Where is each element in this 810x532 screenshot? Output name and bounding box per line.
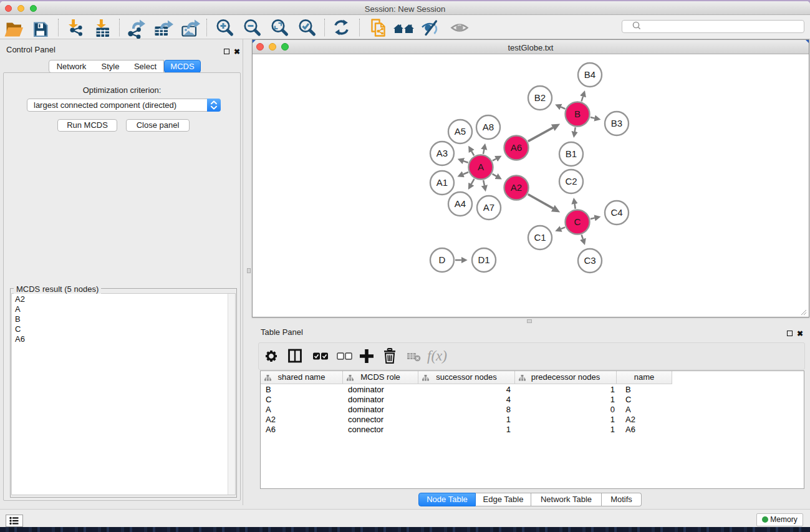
svg-text:C1: C1 <box>534 232 546 243</box>
svg-text:B3: B3 <box>611 118 622 128</box>
svg-text:D: D <box>439 254 446 265</box>
svg-text:A7: A7 <box>483 202 494 213</box>
svg-text:B4: B4 <box>584 69 595 80</box>
svg-text:C: C <box>574 216 581 227</box>
svg-text:A1: A1 <box>436 177 448 188</box>
svg-text:A2: A2 <box>511 182 522 193</box>
svg-text:A4: A4 <box>455 198 466 209</box>
svg-text:C3: C3 <box>584 255 595 266</box>
svg-text:A6: A6 <box>511 142 522 153</box>
svg-text:A8: A8 <box>483 122 494 132</box>
svg-text:D1: D1 <box>478 254 489 265</box>
svg-text:A5: A5 <box>455 126 466 137</box>
svg-text:B1: B1 <box>566 148 577 159</box>
svg-text:A3: A3 <box>436 148 448 158</box>
svg-text:B: B <box>574 109 581 119</box>
svg-text:A: A <box>478 162 484 172</box>
svg-text:C4: C4 <box>610 207 622 218</box>
svg-text:B2: B2 <box>534 92 546 103</box>
svg-text:C2: C2 <box>565 176 577 186</box>
